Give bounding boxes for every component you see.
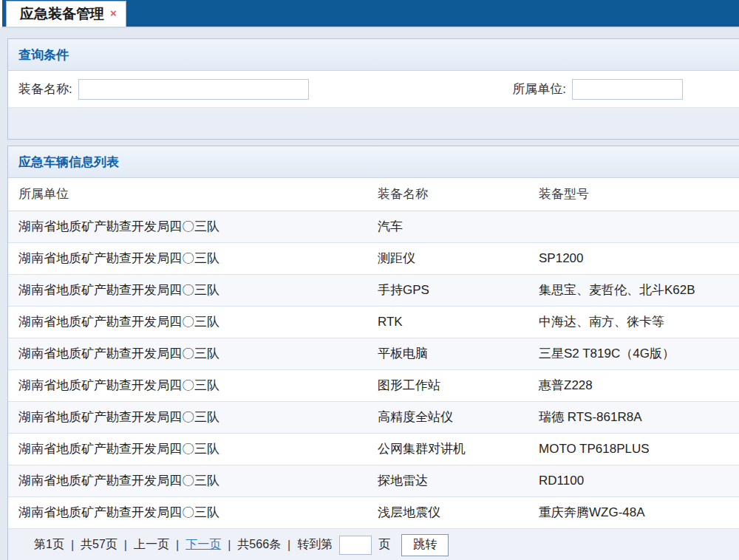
query-panel: 查询条件 装备名称: 所属单位: (7, 38, 739, 140)
table-body: 湖南省地质矿产勘查开发局四〇三队汽车湖南省地质矿产勘查开发局四〇三队测距仪SP1… (8, 211, 739, 528)
unit-cell: 湖南省地质矿产勘查开发局四〇三队 (8, 465, 367, 496)
current-page-text: 第1页 (34, 537, 64, 553)
owner-unit-field: 所属单位: (512, 79, 683, 100)
query-panel-footer (8, 108, 739, 139)
equipment-name-cell: 浅层地震仪 (367, 496, 528, 528)
table-row: 湖南省地质矿产勘查开发局四〇三队探地雷达RD1100 (8, 465, 739, 496)
table-row: 湖南省地质矿产勘查开发局四〇三队浅层地震仪重庆奔腾WZG-48A (8, 496, 739, 528)
equipment-model-cell: 中海达、南方、徕卡等 (528, 306, 739, 338)
equipment-model-cell: SP1200 (528, 242, 739, 274)
unit-cell: 湖南省地质矿产勘查开发局四〇三队 (8, 242, 367, 274)
equipment-model-cell: 集思宝、麦哲伦、北斗K62B (528, 274, 739, 306)
unit-cell: 湖南省地质矿产勘查开发局四〇三队 (8, 496, 367, 528)
equipment-model-cell: 瑞德 RTS-861R8A (528, 401, 739, 433)
unit-cell: 湖南省地质矿产勘查开发局四〇三队 (8, 369, 367, 401)
owner-unit-label: 所属单位: (512, 81, 566, 98)
table-row: 湖南省地质矿产勘查开发局四〇三队测距仪SP1200 (8, 242, 739, 274)
tab-title: 应急装备管理 (20, 4, 104, 24)
owner-unit-input[interactable] (572, 79, 683, 100)
table-row: 湖南省地质矿产勘查开发局四〇三队汽车 (8, 211, 739, 242)
equipment-name-cell: 探地雷达 (367, 465, 528, 496)
column-header-equipment-model: 装备型号 (528, 178, 739, 211)
equipment-name-cell: 公网集群对讲机 (367, 433, 528, 465)
equipment-list-panel: 应急车辆信息列表 所属单位 装备名称 装备型号 湖南省地质矿产勘查开发局四〇三队… (7, 146, 739, 560)
equipment-name-cell: RTK (367, 306, 528, 338)
goto-page-label: 转到第 (297, 537, 333, 553)
table-row: 湖南省地质矿产勘查开发局四〇三队手持GPS集思宝、麦哲伦、北斗K62B (8, 274, 739, 306)
equipment-model-cell: RD1100 (528, 465, 739, 496)
separator: | (287, 539, 290, 552)
total-pages-text: 共57页 (81, 537, 118, 553)
equipment-name-input[interactable] (78, 79, 309, 100)
query-panel-title: 查询条件 (8, 39, 739, 71)
equipment-model-cell: 惠普Z228 (528, 369, 739, 401)
table-row: 湖南省地质矿产勘查开发局四〇三队RTK中海达、南方、徕卡等 (8, 306, 739, 338)
equipment-table: 所属单位 装备名称 装备型号 湖南省地质矿产勘查开发局四〇三队汽车湖南省地质矿产… (8, 178, 739, 529)
table-row: 湖南省地质矿产勘查开发局四〇三队图形工作站惠普Z228 (8, 369, 739, 401)
equipment-model-cell: 三星S2 T819C（4G版） (528, 338, 739, 369)
tab-emergency-equipment[interactable]: 应急装备管理 × (6, 1, 126, 27)
equipment-name-cell: 测距仪 (367, 242, 528, 274)
separator: | (176, 539, 179, 552)
separator: | (124, 539, 127, 552)
equipment-model-cell: 重庆奔腾WZG-48A (528, 496, 739, 528)
equipment-name-label: 装备名称: (18, 81, 72, 98)
equipment-model-cell: MOTO TP618PLUS (528, 433, 739, 465)
query-form-row: 装备名称: 所属单位: (8, 71, 739, 108)
equipment-name-cell: 图形工作站 (367, 369, 528, 401)
column-header-equipment-name: 装备名称 (367, 178, 528, 211)
separator: | (228, 539, 231, 552)
equipment-name-cell: 平板电脑 (367, 338, 528, 369)
unit-cell: 湖南省地质矿产勘查开发局四〇三队 (8, 433, 367, 465)
equipment-name-field: 装备名称: (18, 79, 309, 100)
table-row: 湖南省地质矿产勘查开发局四〇三队公网集群对讲机MOTO TP618PLUS (8, 433, 739, 465)
table-header-row: 所属单位 装备名称 装备型号 (8, 178, 739, 211)
next-page-link[interactable]: 下一页 (185, 537, 221, 553)
equipment-name-cell: 汽车 (367, 211, 528, 242)
equipment-list-title: 应急车辆信息列表 (8, 146, 739, 178)
equipment-name-cell: 高精度全站仪 (367, 401, 528, 433)
goto-page-input[interactable] (339, 536, 372, 555)
page-suffix-label: 页 (378, 537, 390, 553)
table-row: 湖南省地质矿产勘查开发局四〇三队平板电脑三星S2 T819C（4G版） (8, 338, 739, 369)
unit-cell: 湖南省地质矿产勘查开发局四〇三队 (8, 211, 367, 242)
table-row: 湖南省地质矿产勘查开发局四〇三队高精度全站仪瑞德 RTS-861R8A (8, 401, 739, 433)
column-header-unit: 所属单位 (8, 178, 367, 211)
tab-close-icon[interactable]: × (110, 7, 117, 18)
equipment-name-cell: 手持GPS (367, 274, 528, 306)
unit-cell: 湖南省地质矿产勘查开发局四〇三队 (8, 401, 367, 433)
jump-button[interactable]: 跳转 (401, 534, 449, 556)
prev-page-button[interactable]: 上一页 (134, 537, 169, 553)
unit-cell: 湖南省地质矿产勘查开发局四〇三队 (8, 338, 367, 369)
unit-cell: 湖南省地质矿产勘查开发局四〇三队 (8, 306, 367, 338)
pagination-bar: 第1页 | 共57页 | 上一页 | 下一页 | 共566条 | 转到第 页 跳… (8, 529, 739, 560)
separator: | (71, 539, 74, 552)
tab-bar: 应急装备管理 × (0, 0, 739, 28)
total-records-text: 共566条 (237, 537, 281, 553)
equipment-model-cell (528, 211, 739, 242)
unit-cell: 湖南省地质矿产勘查开发局四〇三队 (8, 274, 367, 306)
